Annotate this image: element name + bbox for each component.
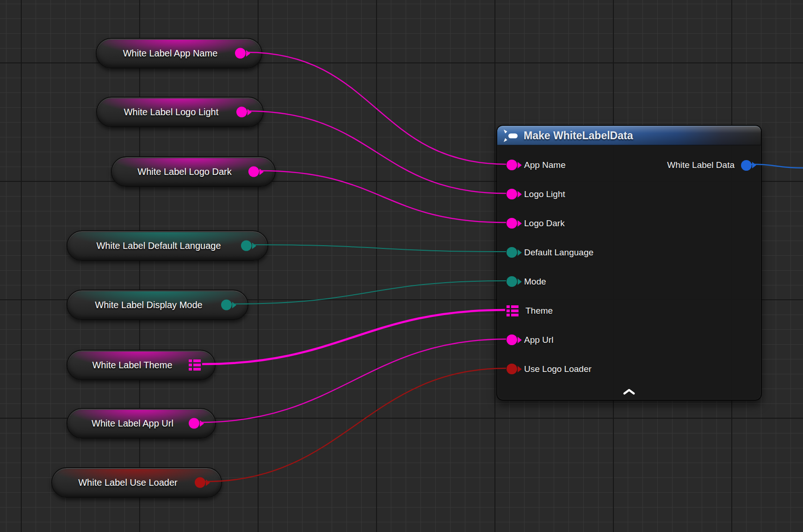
collapse-node-button[interactable]	[619, 387, 639, 396]
getter-label: White Label Use Loader	[66, 477, 207, 488]
variable-getter-node[interactable]: White Label Default Language	[67, 230, 268, 261]
wire[interactable]	[247, 111, 506, 193]
make-whitelabeldata-node[interactable]: Make WhiteLabelData App NameLogo LightLo…	[496, 125, 762, 401]
getter-label: White Label Default Language	[84, 241, 250, 251]
variable-getter-node[interactable]: White Label Logo Light	[96, 97, 264, 127]
input-pin-label: App Url	[524, 335, 553, 345]
input-pin-label: Mode	[524, 277, 546, 287]
output-pin[interactable]	[741, 160, 752, 171]
input-pin-label: Logo Dark	[524, 218, 565, 229]
variable-getter-node[interactable]: White Label App Name	[96, 38, 262, 68]
node-header[interactable]: Make WhiteLabelData	[497, 126, 761, 145]
input-pin[interactable]	[507, 247, 517, 258]
wire[interactable]	[200, 339, 506, 422]
variable-getter-node[interactable]: White Label App Url	[67, 408, 216, 439]
input-pin-row: Mode	[497, 267, 761, 296]
getter-label: White Label Logo Dark	[125, 167, 261, 177]
input-pin-row: Logo Dark	[497, 209, 761, 238]
output-pin-label: White Label Data	[667, 160, 735, 170]
input-pin-row: Default Language	[497, 238, 761, 267]
getter-label: White Label App Name	[111, 48, 247, 59]
input-pin-label: Use Logo Loader	[524, 364, 592, 374]
variable-getter-node[interactable]: White Label Display Mode	[67, 290, 248, 320]
output-pin-row: White Label Data	[667, 160, 752, 171]
input-pin-row: Use Logo Loader	[497, 354, 761, 384]
variable-getter-node[interactable]: White Label Use Loader	[51, 467, 222, 498]
input-pin-label: App Name	[524, 160, 566, 170]
getter-label: White Label App Url	[80, 418, 203, 429]
input-pin[interactable]	[507, 189, 517, 199]
input-pin[interactable]	[507, 334, 517, 345]
variable-getter-node[interactable]: White Label Logo Dark	[111, 156, 276, 187]
input-pin-row: App Url	[497, 325, 761, 354]
input-pin-label: Theme	[525, 306, 553, 316]
chevron-up-icon	[623, 389, 636, 395]
input-pin-row: Theme	[497, 296, 761, 325]
input-pin[interactable]	[507, 364, 517, 374]
input-pin[interactable]	[507, 305, 519, 316]
wire[interactable]	[252, 245, 506, 252]
variable-getter-node[interactable]: White Label Theme	[67, 350, 216, 380]
blueprint-graph-canvas[interactable]: Make WhiteLabelData App NameLogo LightLo…	[0, 0, 803, 532]
wire[interactable]	[259, 171, 506, 223]
input-pin-label: Default Language	[524, 247, 593, 258]
wire[interactable]	[202, 310, 505, 364]
input-pin-label: Logo Light	[524, 189, 565, 199]
wire[interactable]	[232, 281, 506, 304]
input-pin[interactable]	[507, 160, 517, 170]
getter-label: White Label Theme	[80, 360, 202, 371]
node-title: Make WhiteLabelData	[524, 130, 633, 142]
input-pin[interactable]	[507, 218, 517, 229]
input-pin-row: Logo Light	[497, 179, 761, 209]
input-pin[interactable]	[507, 276, 517, 287]
getter-label: White Label Display Mode	[83, 300, 232, 310]
wire[interactable]	[246, 52, 506, 164]
getter-label: White Label Logo Light	[112, 107, 248, 118]
wire[interactable]	[205, 368, 506, 482]
make-struct-icon	[503, 130, 518, 142]
